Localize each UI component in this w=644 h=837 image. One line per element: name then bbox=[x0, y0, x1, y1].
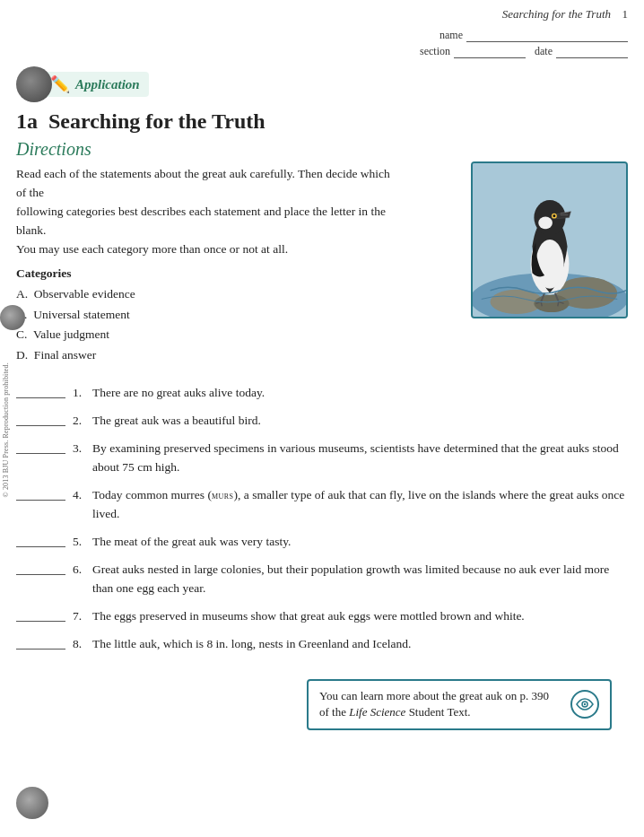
question-row: 5. The meat of the great auk was very ta… bbox=[16, 533, 628, 552]
app-badge-row: ✏️ Application bbox=[0, 63, 644, 106]
section-underline[interactable] bbox=[454, 46, 526, 58]
copyright-text: © 2013 BJU Press. Reproduction prohibite… bbox=[2, 362, 10, 497]
fields-row: name section date bbox=[0, 25, 644, 63]
svg-point-12 bbox=[553, 214, 555, 217]
svg-point-8 bbox=[538, 217, 553, 230]
binder-circle-bottom bbox=[16, 787, 48, 819]
q-text-3: By examining preserved specimens in vari… bbox=[92, 440, 628, 477]
pencil-icon: ✏️ bbox=[50, 74, 70, 94]
q-num-2: 2. bbox=[73, 412, 87, 431]
title-text: Searching for the Truth bbox=[48, 109, 265, 133]
q-num-5: 5. bbox=[73, 533, 87, 552]
categories-section: Categories A. Observable evidence B. Uni… bbox=[16, 266, 393, 367]
categories-title: Categories bbox=[16, 266, 393, 281]
q-num-1: 1. bbox=[73, 384, 87, 403]
info-box-wrapper: You can learn more about the great auk o… bbox=[0, 668, 644, 740]
answer-blank-8[interactable] bbox=[16, 635, 65, 650]
q-text-5: The meat of the great auk was very tasty… bbox=[92, 533, 628, 552]
section-label: section bbox=[420, 45, 450, 58]
header-title: Searching for the Truth bbox=[502, 7, 611, 22]
eye-icon bbox=[570, 690, 599, 719]
answer-blank-4[interactable] bbox=[16, 486, 65, 501]
app-label: Application bbox=[75, 77, 140, 92]
answer-blank-6[interactable] bbox=[16, 561, 65, 575]
info-box: You can learn more about the great auk o… bbox=[307, 679, 612, 731]
q-num-4: 4. bbox=[73, 486, 87, 505]
question-row: 8. The little auk, which is 8 in. long, … bbox=[16, 635, 628, 654]
bird-image bbox=[471, 161, 628, 318]
small-caps-murs: murs bbox=[212, 489, 234, 501]
answer-blank-1[interactable] bbox=[16, 384, 65, 398]
title-number: 1a bbox=[16, 109, 38, 133]
question-row: 6. Great auks nested in large colonies, … bbox=[16, 561, 628, 598]
name-field-row: name bbox=[439, 29, 628, 42]
answer-blank-7[interactable] bbox=[16, 607, 65, 622]
content-area: Read each of the statements about the gr… bbox=[0, 161, 644, 370]
name-label: name bbox=[439, 29, 463, 42]
q-text-8: The little auk, which is 8 in. long, nes… bbox=[92, 635, 628, 654]
info-box-text: You can learn more about the great auk o… bbox=[319, 688, 561, 722]
question-row: 4. Today common murres (murs), a smaller… bbox=[16, 486, 628, 524]
circle-decoration-top bbox=[16, 66, 52, 102]
svg-line-18 bbox=[558, 301, 559, 306]
date-underline[interactable] bbox=[556, 46, 628, 58]
directions-line3: You may use each category more than once… bbox=[16, 242, 288, 256]
directions-line2: following categories best describes each… bbox=[16, 205, 386, 237]
svg-point-20 bbox=[584, 703, 586, 705]
directions-text: Read each of the statements about the gr… bbox=[16, 165, 393, 259]
main-title: 1a Searching for the Truth bbox=[0, 106, 644, 135]
q-text-1: There are no great auks alive today. bbox=[92, 384, 628, 403]
question-row: 7. The eggs preserved in museums show th… bbox=[16, 607, 628, 626]
section-date-row: section date bbox=[420, 45, 628, 58]
question-row: 1. There are no great auks alive today. bbox=[16, 384, 628, 403]
date-label: date bbox=[535, 45, 553, 58]
page-wrapper: Searching for the Truth 1 name section d… bbox=[0, 0, 644, 837]
app-badge: ✏️ Application bbox=[43, 72, 149, 97]
q-text-4: Today common murres (murs), a smaller ty… bbox=[92, 486, 628, 524]
binder-circle-top bbox=[0, 305, 25, 330]
questions-section: 1. There are no great auks alive today. … bbox=[0, 379, 644, 667]
q-text-7: The eggs preserved in museums show that … bbox=[92, 607, 628, 626]
category-b: B. Universal statement bbox=[16, 305, 393, 326]
answer-blank-5[interactable] bbox=[16, 533, 65, 547]
q-text-6: Great auks nested in large colonies, but… bbox=[92, 561, 628, 598]
q-num-7: 7. bbox=[73, 607, 87, 626]
question-row: 3. By examining preserved specimens in v… bbox=[16, 440, 628, 477]
answer-blank-2[interactable] bbox=[16, 412, 65, 426]
info-box-italic: Life Science bbox=[349, 705, 405, 719]
category-a: A. Observable evidence bbox=[16, 284, 393, 305]
name-underline[interactable] bbox=[466, 30, 628, 42]
category-c: C. Value judgment bbox=[16, 325, 393, 345]
question-row: 2. The great auk was a beautiful bird. bbox=[16, 412, 628, 431]
q-text-2: The great auk was a beautiful bird. bbox=[92, 412, 628, 431]
svg-point-6 bbox=[535, 240, 563, 289]
directions-line1: Read each of the statements about the gr… bbox=[16, 167, 390, 199]
category-d: D. Final answer bbox=[16, 345, 393, 366]
q-num-6: 6. bbox=[73, 561, 87, 580]
answer-blank-3[interactable] bbox=[16, 440, 65, 454]
q-num-8: 8. bbox=[73, 635, 87, 654]
header-bar: Searching for the Truth 1 bbox=[0, 0, 644, 25]
header-page-num: 1 bbox=[616, 7, 628, 22]
q-num-3: 3. bbox=[73, 440, 87, 458]
directions-heading: Directions bbox=[0, 135, 644, 161]
